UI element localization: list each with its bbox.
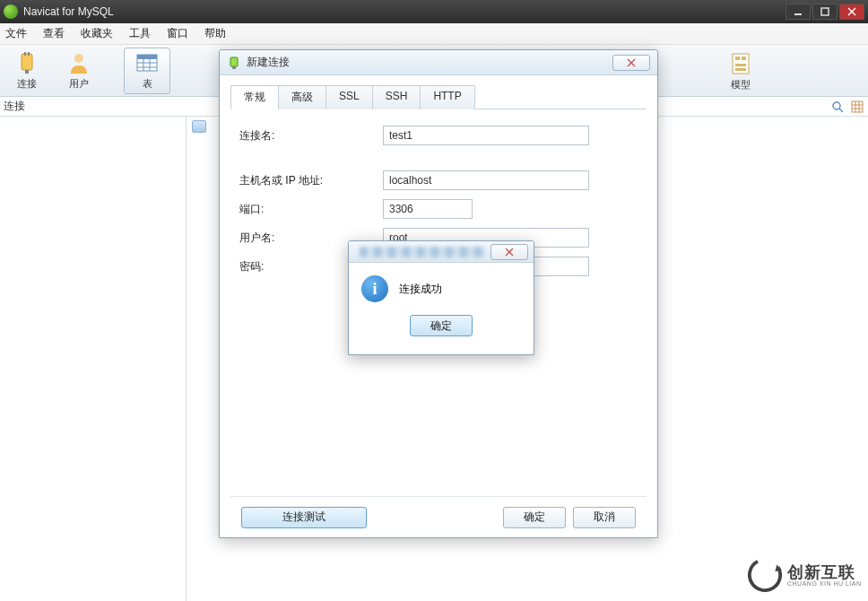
message-ok-button[interactable]: 确定 [410,315,473,336]
toolbar-model[interactable]: 模型 [717,48,764,94]
open-table-icon[interactable] [192,120,206,133]
svg-rect-16 [735,57,740,60]
plug-icon [14,50,39,75]
toolbar-user[interactable]: 用户 [56,48,102,94]
message-text: 连接成功 [399,282,442,297]
watermark-brand: 创新互联 [787,564,862,580]
app-icon [4,4,18,19]
connection-label: 连接 [4,99,25,114]
toolbar-connect-label: 连接 [17,77,37,91]
dialog-close-button[interactable] [612,55,650,71]
svg-rect-5 [24,52,26,56]
menu-window[interactable]: 窗口 [167,26,188,41]
toolbar-connect[interactable]: 连接 [4,48,50,94]
dialog-tabs: 常规 高级 SSL SSH HTTP [230,84,647,109]
dialog-ok-button[interactable]: 确定 [503,507,566,528]
port-input[interactable] [383,199,473,219]
table-icon [135,50,160,75]
user-icon [66,50,91,75]
maximize-button[interactable] [812,4,838,20]
info-icon: i [361,275,388,302]
connection-icon [227,56,241,70]
svg-rect-4 [22,54,32,70]
minimize-button[interactable] [786,4,811,20]
svg-rect-28 [232,66,236,69]
watermark: 创新互联 CHUANG XIN HU LIAN [748,553,864,597]
close-button[interactable] [839,4,864,20]
grid-icon[interactable] [850,100,864,114]
svg-rect-7 [25,70,29,74]
svg-rect-1 [821,8,829,15]
menu-help[interactable]: 帮助 [204,26,226,41]
tab-advanced[interactable]: 高级 [278,85,326,109]
dialog-footer: 连接测试 确定 取消 [230,496,647,537]
tab-http[interactable]: HTTP [420,85,474,109]
model-icon [728,51,753,76]
menu-file[interactable]: 文件 [5,26,27,41]
toolbar-table-label: 表 [143,77,152,91]
svg-rect-6 [28,52,30,56]
tab-general[interactable]: 常规 [230,85,279,109]
tab-ssl[interactable]: SSL [326,85,373,109]
message-box: i 连接成功 确定 [348,240,534,355]
svg-rect-17 [742,57,746,60]
svg-rect-27 [230,57,238,66]
watermark-icon [748,558,782,592]
watermark-sub: CHUANG XIN HU LIAN [787,580,862,587]
conn-name-label: 连接名: [239,128,383,144]
toolbar-table[interactable]: 表 [124,48,170,94]
toolbar-model-label: 模型 [731,78,751,91]
svg-rect-10 [137,55,157,59]
menu-tools[interactable]: 工具 [129,26,151,41]
message-titlebar[interactable] [349,241,534,263]
dialog-title: 新建连接 [247,55,612,70]
menu-view[interactable]: 查看 [43,26,65,41]
svg-point-8 [74,54,83,63]
dialog-cancel-button[interactable]: 取消 [573,507,636,528]
svg-point-20 [833,102,840,109]
conn-name-input[interactable] [383,126,589,145]
host-label: 主机名或 IP 地址: [239,173,383,188]
port-label: 端口: [239,202,383,217]
message-close-button[interactable] [490,244,528,260]
app-title: Navicat for MySQL [23,5,784,18]
test-connection-button[interactable]: 连接测试 [241,507,367,528]
sidebar [0,117,187,601]
svg-line-21 [839,109,843,112]
svg-rect-19 [735,68,746,71]
message-title-blur [360,247,485,257]
dialog-titlebar[interactable]: 新建连接 [220,50,657,75]
svg-rect-18 [735,64,746,66]
tab-ssh[interactable]: SSH [372,85,421,109]
svg-rect-22 [852,101,863,112]
app-titlebar: Navicat for MySQL [0,0,868,23]
host-input[interactable] [383,170,589,190]
toolbar-user-label: 用户 [69,77,89,91]
search-icon[interactable] [830,100,845,114]
menu-favorites[interactable]: 收藏夹 [81,26,113,41]
svg-point-33 [748,558,782,592]
menu-bar: 文件 查看 收藏夹 工具 窗口 帮助 [0,23,868,45]
